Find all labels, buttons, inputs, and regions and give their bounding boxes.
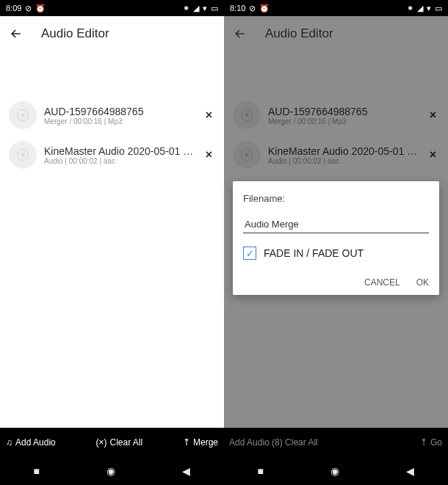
- audio-info: AUD-1597664988765 Merger / 00:00:16 | Mp…: [44, 106, 195, 125]
- svg-point-7: [245, 153, 249, 157]
- fade-checkbox-label: FADE IN / FADE OUT: [264, 247, 364, 259]
- audio-meta: Audio | 00:00:02 | aac: [44, 157, 195, 165]
- bottom-text: Add Audio (8) Clear All: [227, 437, 320, 448]
- audio-thumbnail: [233, 101, 261, 129]
- dialog-label: Filename:: [243, 193, 429, 204]
- battery-icon: ▭: [435, 4, 442, 13]
- dialog-actions: CANCEL OK: [243, 277, 429, 288]
- nav-back[interactable]: ◀: [406, 465, 414, 477]
- audio-item[interactable]: AUD-1597664988765 Merger / 00:00:16 | Mp…: [0, 95, 224, 135]
- bottom-toolbar: ♫ Add Audio (×) Clear All ⤒ Merge: [0, 428, 224, 457]
- audio-meta: Audio | 00:00:02 | aac: [268, 157, 419, 165]
- svg-point-1: [21, 114, 25, 117]
- bluetooth-icon: ⁕: [407, 4, 413, 13]
- status-time: 8:09: [6, 4, 21, 12]
- nav-home[interactable]: ◉: [106, 465, 115, 477]
- wifi-icon: ◢: [193, 4, 199, 13]
- music-icon: ♫: [6, 437, 12, 448]
- clear-icon: (×): [96, 437, 107, 448]
- fade-checkbox[interactable]: ✓: [243, 247, 256, 260]
- filename-input[interactable]: [243, 216, 429, 233]
- audio-meta: Merger / 00:00:16 | Mp3: [268, 117, 419, 125]
- remove-button[interactable]: ×: [203, 106, 215, 125]
- filename-dialog: Filename: ✓ FADE IN / FADE OUT CANCEL OK: [233, 181, 439, 295]
- audio-title: KineMaster Audio 2020-05-01 16....: [44, 145, 195, 157]
- status-time: 8:10: [230, 4, 245, 12]
- audio-item[interactable]: KineMaster Audio 2020-05-01 16.... Audio…: [0, 135, 224, 175]
- audio-info: KineMaster Audio 2020-05-01 16.... Audio…: [268, 145, 419, 165]
- nav-bar: ■ ◉ ◀: [0, 457, 224, 485]
- audio-meta: Merger / 00:00:16 | Mp3: [44, 117, 195, 125]
- audio-title: AUD-1597664988765: [44, 106, 195, 117]
- audio-info: KineMaster Audio 2020-05-01 16.... Audio…: [44, 145, 195, 165]
- audio-thumbnail: [9, 141, 37, 169]
- nav-home[interactable]: ◉: [330, 465, 339, 477]
- back-button[interactable]: [233, 26, 248, 41]
- app-bar: Audio Editor: [224, 16, 448, 51]
- nav-back[interactable]: ◀: [182, 465, 190, 477]
- merge-icon: ⤒: [420, 437, 427, 448]
- ok-button[interactable]: OK: [416, 277, 429, 288]
- clear-all-button[interactable]: (×) Clear All: [93, 437, 146, 448]
- audio-thumbnail: [9, 101, 37, 129]
- merge-icon: ⤒: [183, 437, 190, 448]
- alarm-icon: ⏰: [259, 4, 270, 13]
- nav-recent[interactable]: ■: [258, 465, 264, 477]
- bluetooth-icon: ⁕: [183, 4, 189, 13]
- appbar-title: Audio Editor: [265, 26, 333, 41]
- audio-item: KineMaster Audio 2020-05-01 16.... Audio…: [224, 135, 448, 175]
- audio-list: AUD-1597664988765 Merger / 00:00:16 | Mp…: [0, 51, 224, 428]
- nav-bar: ■ ◉ ◀: [224, 457, 448, 485]
- remove-button[interactable]: ×: [203, 145, 215, 164]
- alarm-icon: ⏰: [35, 4, 46, 13]
- battery-icon: ▭: [211, 4, 218, 13]
- clear-all-label: Clear All: [110, 437, 143, 448]
- add-audio-label: Add Audio: [15, 437, 56, 448]
- bottom-toolbar: Add Audio (8) Clear All ⤒ Go: [224, 428, 448, 457]
- cancel-button[interactable]: CANCEL: [364, 277, 400, 288]
- go-label: Go: [430, 437, 442, 448]
- no-sim-icon: ⊘: [25, 4, 32, 13]
- remove-button: ×: [427, 106, 439, 125]
- audio-item: AUD-1597664988765 Merger / 00:00:16 | Mp…: [224, 95, 448, 135]
- status-bar: 8:09 ⊘ ⏰ ⁕ ◢ ▾ ▭: [0, 0, 224, 16]
- audio-thumbnail: [233, 141, 261, 169]
- audio-info: AUD-1597664988765 Merger / 00:00:16 | Mp…: [268, 106, 419, 125]
- remove-button: ×: [427, 145, 439, 164]
- app-bar: Audio Editor: [0, 16, 224, 51]
- signal-icon: ▾: [427, 4, 431, 13]
- status-bar: 8:10 ⊘ ⏰ ⁕ ◢ ▾ ▭: [224, 0, 448, 16]
- audio-title: KineMaster Audio 2020-05-01 16....: [268, 145, 419, 157]
- no-sim-icon: ⊘: [249, 4, 256, 13]
- merge-label: Merge: [193, 437, 218, 448]
- wifi-icon: ◢: [417, 4, 423, 13]
- appbar-title: Audio Editor: [41, 26, 109, 41]
- back-button[interactable]: [9, 26, 24, 41]
- fade-checkbox-row[interactable]: ✓ FADE IN / FADE OUT: [243, 247, 429, 260]
- merge-button[interactable]: ⤒ Merge: [180, 437, 221, 448]
- add-audio-button[interactable]: ♫ Add Audio: [3, 437, 59, 448]
- svg-point-3: [21, 153, 25, 157]
- signal-icon: ▾: [203, 4, 207, 13]
- screen-right: 8:10 ⊘ ⏰ ⁕ ◢ ▾ ▭ Audio Editor AUD-159766…: [224, 0, 448, 485]
- nav-recent[interactable]: ■: [34, 465, 40, 477]
- go-button[interactable]: ⤒ Go: [417, 437, 445, 448]
- screen-left: 8:09 ⊘ ⏰ ⁕ ◢ ▾ ▭ Audio Editor AUD-159766…: [0, 0, 224, 485]
- audio-title: AUD-1597664988765: [268, 106, 419, 117]
- svg-point-5: [245, 114, 249, 117]
